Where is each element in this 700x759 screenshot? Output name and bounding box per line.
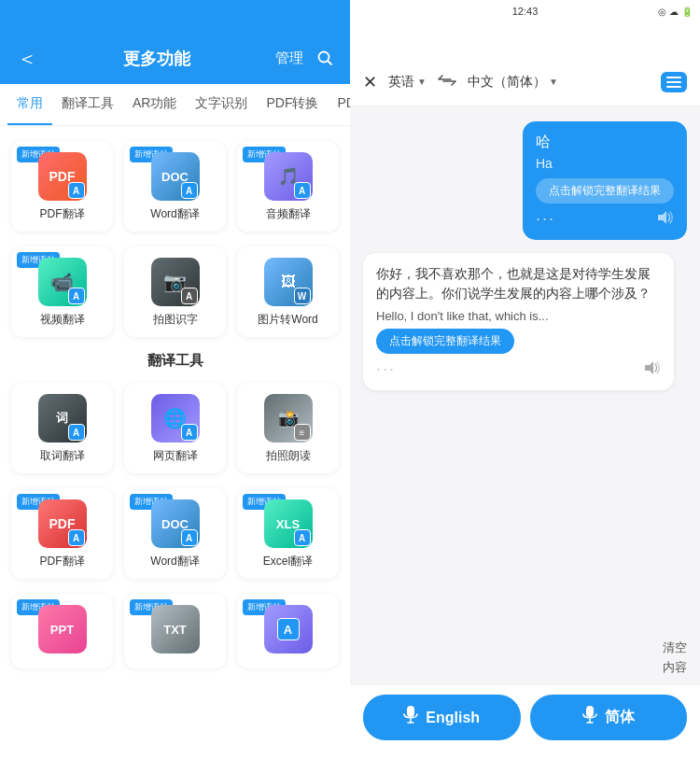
badge-a: A [181,424,198,441]
tool-photo-read[interactable]: 📸 ≡ 拍照朗读 [237,383,339,473]
badge-a: A [294,529,311,546]
pdf-trans2-icon: PDF A [38,499,87,548]
msg1-chinese: 哈 [536,133,674,152]
tool-photo-ocr[interactable]: 📷 A 拍图识字 [124,246,226,337]
tool-img-word[interactable]: 🖼 W 图片转Word [237,246,339,337]
target-lang-arrow: ▼ [549,77,558,87]
tool-label: 视频翻译 [40,312,85,328]
badge-a: A [277,618,300,640]
unlock-btn-1[interactable]: 点击解锁完整翻译结果 [536,178,674,204]
tools-grid-1: 新增语种 PDF A PDF翻译 新增语种 DOC A Word翻译 新增语种 [11,141,339,232]
video-trans-icon: 📹 A [38,258,87,306]
dots-2: ··· [376,359,396,379]
tool-web-trans[interactable]: 🌐 A 网页翻译 [124,383,226,473]
pdf-trans-icon: PDF A [38,152,87,201]
badge-a: A [68,424,85,441]
tool-pdf-trans2[interactable]: 新增语种 PDF A PDF翻译 [11,488,113,579]
source-lang-arrow: ▼ [417,77,427,87]
tool-label: PDF翻译 [40,554,85,569]
tool-label: 拍照朗读 [266,448,311,464]
tools-grid-2: 新增语种 📹 A 视频翻译 📷 A 拍图识字 🖼 W [11,246,339,337]
mic-icon-chinese [582,706,597,729]
status-bar: 12:43 ◎ ☁ 🔋 [350,0,700,22]
signal-icon: ◎ [658,7,666,17]
svg-point-0 [319,51,329,62]
tab-ocr[interactable]: 文字识别 [186,84,257,125]
tool-label: 图片转Word [258,312,317,328]
message-2: 你好，我不喜欢那个，也就是这是对待学生发展的内容上。你们说学生发展的内容上哪个涉… [363,253,674,390]
tool-extra[interactable]: 新增语种 A [237,594,339,668]
tool-label: 拍图识字 [153,312,198,328]
status-time: 12:43 [361,6,689,17]
tool-excel-trans[interactable]: 新增语种 XLS A Excel翻译 [237,488,339,579]
left-panel: ＜ 更多功能 管理 常用 翻译工具 AR功能 文字识别 PDF转换 PD 新增语… [0,0,350,759]
svg-rect-2 [666,77,681,78]
clear-area: 清空 内容 [350,635,700,685]
badge-a: A [68,529,85,546]
msg2-chinese: 你好，我不喜欢那个，也就是这是对待学生发展的内容上。你们说学生发展的内容上哪个涉… [376,264,661,303]
target-lang-selector[interactable]: 中文（简体） ▼ [468,74,558,91]
tool-word-trans2[interactable]: 新增语种 DOC A Word翻译 [124,488,226,579]
tool-label: Word翻译 [150,206,199,222]
badge-a: A [68,182,85,199]
chinese-btn-label: 简体 [605,708,635,727]
close-icon[interactable]: ✕ [363,72,377,92]
svg-line-1 [329,61,332,64]
badge-eq: ≡ [294,424,311,441]
tool-video-trans[interactable]: 新增语种 📹 A 视频翻译 [11,246,113,337]
tools-grid-4: 新增语种 PDF A PDF翻译 新增语种 DOC A Word翻译 新增语种 [11,488,339,579]
page-title: 更多功能 [123,48,190,70]
badge-a: A [181,529,198,546]
back-icon[interactable]: ＜ [17,45,37,73]
header-actions: 管理 [275,49,333,69]
mic-icon-english [403,706,418,729]
badge-a: A [181,182,198,199]
message-1: 哈 Ha 点击解锁完整翻译结果 ··· [523,121,687,240]
tools-grid-5: 新增语种 PPT 新增语种 TXT 新增语种 A [11,594,339,668]
tool-txt[interactable]: 新增语种 TXT [124,594,226,668]
tool-label: 音频翻译 [266,206,311,222]
content-button[interactable]: 内容 [663,658,687,678]
badge-w: W [294,288,311,304]
tab-bar: 常用 翻译工具 AR功能 文字识别 PDF转换 PD [0,84,350,126]
svg-rect-3 [666,81,681,83]
tab-pdf[interactable]: PDF转换 [257,84,328,125]
web-trans-icon: 🌐 A [151,394,200,443]
ppt-icon: PPT [38,605,87,654]
unlock-btn-2[interactable]: 点击解锁完整翻译结果 [376,329,514,354]
doc-trans-icon: DOC A [151,152,200,201]
tool-word-extract[interactable]: 词 A 取词翻译 [11,383,113,473]
manage-button[interactable]: 管理 [275,49,303,69]
chinese-input-btn[interactable]: 简体 [530,695,688,740]
img-word-icon: 🖼 W [264,258,313,306]
tool-word-trans[interactable]: 新增语种 DOC A Word翻译 [124,141,226,232]
english-input-btn[interactable]: English [363,695,521,740]
right-panel: 12:43 ◎ ☁ 🔋 ✕ 英语 ▼ 中文（简体） ▼ [350,0,700,759]
tab-translate[interactable]: 翻译工具 [52,84,123,125]
extra-icon: A [264,605,313,654]
target-lang-label: 中文（简体） [468,74,546,91]
swap-icon[interactable] [438,73,456,91]
doc-trans2-icon: DOC A [151,499,200,548]
search-icon[interactable] [316,49,333,69]
svg-marker-5 [658,211,666,224]
tool-pdf-trans[interactable]: 新增语种 PDF A PDF翻译 [11,141,113,232]
tab-ar[interactable]: AR功能 [123,84,186,125]
tab-common[interactable]: 常用 [7,84,52,125]
menu-icon[interactable] [661,72,687,92]
source-lang-selector[interactable]: 英语 ▼ [388,74,427,91]
photo-read-icon: 📸 ≡ [264,394,313,443]
tab-more[interactable]: PD [328,84,350,125]
bubble-footer-2: ··· [376,359,661,379]
dots-1: ··· [536,209,555,229]
english-btn-label: English [426,710,480,726]
sound-icon-1[interactable] [657,210,674,229]
tool-audio-trans[interactable]: 新增语种 🎵 A 音频翻译 [237,141,339,232]
clear-button[interactable]: 清空 [663,639,687,658]
tool-ppt[interactable]: 新增语种 PPT [11,594,113,668]
sound-icon-2[interactable] [644,360,661,379]
svg-marker-6 [645,361,653,374]
left-content: 新增语种 PDF A PDF翻译 新增语种 DOC A Word翻译 新增语种 [0,126,350,759]
svg-rect-10 [586,706,594,717]
word-extract-icon: 词 A [38,394,87,443]
